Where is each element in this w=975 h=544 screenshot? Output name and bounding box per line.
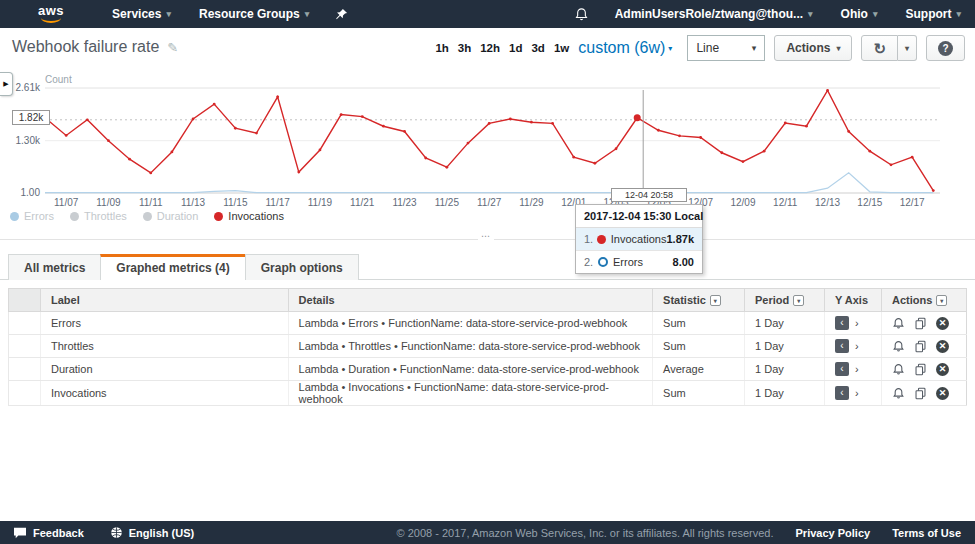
resize-handle-icon[interactable]: ⋯: [478, 231, 494, 241]
pin-icon[interactable]: [323, 0, 360, 28]
duplicate-icon[interactable]: [914, 317, 927, 330]
tab-all-metrics[interactable]: All metrics: [8, 254, 101, 280]
period-cell: 1 Day: [745, 312, 825, 335]
swatch-cell: [9, 358, 41, 381]
aws-smile-icon: [41, 17, 61, 23]
actions-cell: ✕: [881, 358, 966, 381]
refresh-options-button[interactable]: ▾: [898, 35, 917, 61]
tooltip-timestamp: 2017-12-04 15:30 Local: [576, 205, 702, 228]
nav-resource-groups[interactable]: Resource Groups ▾: [185, 0, 323, 28]
sidebar-expand-toggle[interactable]: ▶: [0, 72, 13, 96]
y-axis-right-button[interactable]: ›: [853, 340, 861, 352]
period-column-header: Period▾: [745, 289, 825, 312]
nav-account-menu[interactable]: AdminUsersRole/ztwang@thou... ▾: [601, 0, 827, 28]
remove-metric-icon[interactable]: ✕: [936, 317, 949, 330]
time-range-12h[interactable]: 12h: [480, 42, 500, 54]
tooltip-row-index: 2.: [584, 256, 598, 268]
privacy-policy-link[interactable]: Privacy Policy: [796, 527, 871, 539]
time-range-custom-label: custom (6w): [578, 39, 665, 57]
chevron-down-icon: ▾: [905, 44, 909, 53]
terms-of-use-link[interactable]: Terms of Use: [892, 527, 961, 539]
actions-header-label: Actions: [892, 294, 932, 306]
row-actions: ✕: [892, 387, 956, 400]
details-cell: Lambda • Invocations • FunctionName: dat…: [288, 381, 652, 406]
svg-text:1.30k: 1.30k: [16, 135, 41, 146]
svg-text:11/25: 11/25: [435, 197, 460, 208]
y-axis-left-button[interactable]: ‹: [835, 316, 849, 330]
nav-support-menu[interactable]: Support ▾: [891, 0, 975, 28]
nav-resource-groups-label: Resource Groups: [199, 7, 300, 21]
period-cell: 1 Day: [745, 381, 825, 406]
svg-text:12/15: 12/15: [857, 197, 882, 208]
y-axis-column-header: Y Axis: [824, 289, 881, 312]
table-row-errors: ErrorsLambda • Errors • FunctionName: da…: [9, 312, 967, 335]
details-cell: Lambda • Errors • FunctionName: data-sto…: [288, 312, 652, 335]
nav-services[interactable]: Services ▾: [98, 0, 185, 28]
tab-graphed-metrics-4-[interactable]: Graphed metrics (4): [100, 254, 245, 280]
y-axis-left-button[interactable]: ‹: [835, 362, 849, 376]
statistic-header-label: Statistic: [663, 294, 706, 306]
y-axis-right-button[interactable]: ›: [853, 363, 861, 375]
svg-text:11/13: 11/13: [181, 197, 206, 208]
time-range-1w[interactable]: 1w: [554, 42, 569, 54]
create-alarm-bell-icon[interactable]: [892, 340, 905, 353]
legend-item-duration[interactable]: Duration: [143, 210, 199, 222]
time-range-3d[interactable]: 3d: [531, 42, 544, 54]
time-range-group: 1h3h12h1d3d1w: [435, 42, 569, 54]
svg-text:11/17: 11/17: [266, 197, 291, 208]
time-range-1h[interactable]: 1h: [435, 42, 448, 54]
y-axis-left-button[interactable]: ‹: [835, 386, 849, 400]
actions-button[interactable]: Actions ▾: [774, 35, 852, 61]
label-column-header: Label: [40, 289, 288, 312]
row-actions: ✕: [892, 317, 956, 330]
edit-title-pencil-icon[interactable]: ✎: [167, 40, 178, 55]
svg-text:11/11: 11/11: [139, 197, 163, 208]
chevron-down-icon: ▾: [873, 9, 878, 19]
help-button[interactable]: ?: [926, 35, 965, 61]
duplicate-icon[interactable]: [914, 363, 927, 376]
legend-item-throttles[interactable]: Throttles: [70, 210, 127, 222]
chart-type-value: Line: [696, 41, 719, 55]
svg-text:11/27: 11/27: [477, 197, 502, 208]
remove-metric-icon[interactable]: ✕: [936, 363, 949, 376]
x-icon: ✕: [936, 363, 949, 376]
nav-region-menu[interactable]: Ohio ▾: [827, 0, 892, 28]
column-edit-icon[interactable]: ▾: [793, 295, 804, 306]
duplicate-icon[interactable]: [914, 340, 927, 353]
create-alarm-bell-icon[interactable]: [892, 363, 905, 376]
column-edit-icon[interactable]: ▾: [936, 295, 947, 306]
language-selector[interactable]: English (US): [97, 526, 207, 539]
y-axis-cell: ‹›: [824, 358, 881, 381]
metrics-chart[interactable]: Count2.61k1.30k1.0011/0711/0911/1111/131…: [0, 70, 975, 212]
refresh-icon: ↻: [873, 41, 886, 56]
legend-item-invocations[interactable]: Invocations: [214, 210, 284, 222]
y-axis-left-button[interactable]: ‹: [835, 339, 849, 353]
chart-type-select[interactable]: Line ▾: [687, 35, 765, 61]
remove-metric-icon[interactable]: ✕: [936, 340, 949, 353]
x-icon: ✕: [936, 340, 949, 353]
feedback-button[interactable]: Feedback: [0, 527, 97, 539]
column-edit-icon[interactable]: ▾: [710, 295, 721, 306]
time-range-custom[interactable]: custom (6w) ▾: [578, 39, 672, 57]
create-alarm-bell-icon[interactable]: [892, 317, 905, 330]
time-range-3h[interactable]: 3h: [458, 42, 471, 54]
create-alarm-bell-icon[interactable]: [892, 387, 905, 400]
remove-metric-icon[interactable]: ✕: [936, 387, 949, 400]
arrow-right-icon: ▶: [3, 80, 8, 88]
legend-label: Errors: [24, 210, 54, 222]
copyright-text: © 2008 - 2017, Amazon Web Services, Inc.…: [397, 527, 774, 539]
tab-graph-options[interactable]: Graph options: [245, 254, 359, 280]
y-axis-right-button[interactable]: ›: [853, 317, 861, 329]
y-axis-right-button[interactable]: ›: [853, 387, 861, 399]
legend-label: Invocations: [228, 210, 284, 222]
row-actions: ✕: [892, 340, 956, 353]
details-column-header: Details: [288, 289, 652, 312]
aws-logo[interactable]: aws: [38, 5, 64, 23]
duplicate-icon[interactable]: [914, 387, 927, 400]
notifications-bell-icon[interactable]: [562, 0, 601, 28]
refresh-button[interactable]: ↻: [861, 35, 898, 61]
legend-item-errors[interactable]: Errors: [10, 210, 54, 222]
page-title: Webhook failure rate: [12, 38, 159, 56]
time-range-1d[interactable]: 1d: [509, 42, 522, 54]
actions-cell: ✕: [881, 335, 966, 358]
